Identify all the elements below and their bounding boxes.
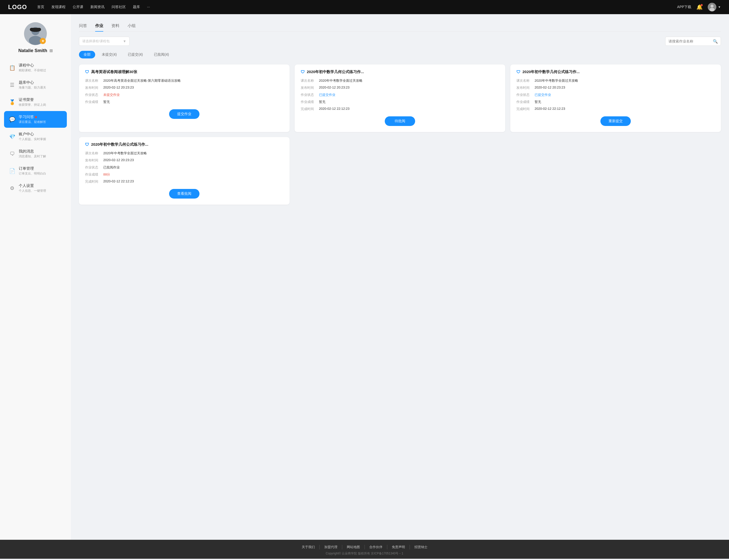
nav-link-news[interactable]: 新闻资讯 [90,5,104,9]
card-row: 完成时间 2020-02-12 22:12:23 [85,179,283,184]
search-input[interactable] [669,39,713,43]
tab-xiaozu[interactable]: 小组 [128,20,136,32]
card-btn-resubmit[interactable]: 重新提交 [600,116,631,126]
nav-link-more[interactable]: ··· [147,5,150,9]
course-select-placeholder: 请选择课程/课程包 [82,39,110,44]
user-avatar-menu[interactable]: ▼ [708,3,721,11]
app-download[interactable]: APP下载 [677,5,691,9]
shield-icon: 🛡 [301,70,305,74]
sidebar-item-sub-settings: 个人信息、一键管理 [19,189,46,193]
shield-icon: 🛡 [85,70,89,74]
svg-rect-7 [30,28,41,31]
nav-link-discover[interactable]: 发现课程 [51,5,66,9]
card-btn-view[interactable]: 查看批阅 [169,189,199,199]
select-chevron-icon: ▼ [123,39,126,43]
card-row: 发布时间 2020-02-12 20:23:23 [85,158,283,163]
card-row: 作业成绩 暂无 [516,100,715,104]
footer-links: 关于我们加盟代理网站地图合作伙伴免责声明招贤纳士 [0,545,729,549]
sidebar-item-title-message: 我的消息 [19,149,46,154]
footer: 关于我们加盟代理网站地图合作伙伴免责声明招贤纳士 Copyright© 云朵商学… [0,540,729,559]
footer-link[interactable]: 合作伙伴 [365,545,387,549]
sidebar-item-cert[interactable]: 🏅 证书荣誉 收获荣誉、持证上岗 [4,94,67,111]
sidebar-item-account[interactable]: 💎 账户中心 个人权益、实时掌握 [4,128,67,145]
card-row: 作业成绩 暂无 [301,100,499,104]
cards-grid: 🛡 高考英语试卷阅读理解30张 课次名称 2020年高考英语全面过关攻略-第六期… [79,64,721,205]
card-title: 🛡 高考英语试卷阅读理解30张 [85,70,283,74]
search-box: 🔍 [665,37,721,46]
sidebar-item-sub-courses: 精彩课程、不容错过 [19,68,46,73]
account-icon: 💎 [9,134,15,140]
footer-link[interactable]: 免责声明 [387,545,410,549]
sidebar-item-settings[interactable]: ⚙ 个人设置 个人信息、一键管理 [4,180,67,197]
sidebar-item-title-qa: 学习问答 [19,115,46,119]
content-tabs: 问答作业资料小组 [79,20,721,32]
nav-link-qa[interactable]: 问答社区 [112,5,126,9]
footer-link[interactable]: 网站地图 [342,545,365,549]
sidebar-item-title-account: 账户中心 [19,132,46,137]
card-row: 作业成绩 暂无 [85,100,283,104]
orders-icon: 📄 [9,168,15,174]
courses-icon: 📋 [9,65,15,71]
tab-wenda[interactable]: 问答 [79,20,87,32]
footer-link[interactable]: 招贤纳士 [410,545,432,549]
footer-link[interactable]: 加盟代理 [320,545,342,549]
bank-icon: ☰ [9,82,15,88]
card-title: 🛡 2020年初中数学几何公式练习作... [301,70,499,74]
profile-avatar-wrap: ★ [24,22,47,45]
assignment-card-card1: 🛡 高考英语试卷阅读理解30张 课次名称 2020年高考英语全面过关攻略-第六期… [79,64,289,132]
status-tab-reviewed[interactable]: 已批阅(4) [149,51,173,58]
nav-link-bank[interactable]: 题库 [133,5,140,9]
sidebar-item-sub-bank: 海量习题、助力通关 [19,85,46,90]
sidebar-item-sub-orders: 订单支出、明明白白 [19,171,46,176]
card-row: 完成时间 2020-02-12 22:12:23 [301,107,499,111]
nav-link-open[interactable]: 公开课 [73,5,83,9]
sidebar-item-bank[interactable]: ☰ 题库中心 海量习题、助力通关 [4,77,67,93]
badge-icon: ★ [40,38,46,44]
main-content: 问答作业资料小组 请选择课程/课程包 ▼ 🔍 全部未提交(4)已提交(4)已批阅… [71,14,729,540]
unread-dot [35,116,37,118]
card-btn-submit[interactable]: 提交作业 [169,109,199,119]
search-icon: 🔍 [713,39,718,44]
navbar: LOGO 首页发现课程公开课新闻资讯问答社区题库··· APP下载 🔔 ▼ [0,0,729,14]
sidebar-item-orders[interactable]: 📄 订单管理 订单支出、明明白白 [4,163,67,179]
sidebar-item-courses[interactable]: 📋 课程中心 精彩课程、不容错过 [4,59,67,76]
sidebar-item-title-bank: 题库中心 [19,80,46,85]
card-row: 课次名称 2020年中考数学全面过关攻略 [85,151,283,156]
nav-link-home[interactable]: 首页 [37,5,44,9]
status-tab-not_submitted[interactable]: 未提交(4) [97,51,121,58]
sidebar-item-message[interactable]: 🗨 我的消息 消息通知、及时了解 [4,145,67,162]
nav-links: 首页发现课程公开课新闻资讯问答社区题库··· [37,5,677,9]
card-title: 🛡 2020年初中数学几何公式练习作... [516,70,715,74]
card-btn-pending[interactable]: 待批阅 [385,116,415,126]
card-row: 完成时间 2020-02-12 22:12:23 [516,107,715,111]
assignment-card-card4: 🛡 2020年初中数学几何公式练习作... 课次名称 2020年中考数学全面过关… [79,137,289,205]
footer-link[interactable]: 关于我们 [297,545,320,549]
card-row: 作业状态 未提交作业 [85,93,283,97]
qa-icon: 💬 [9,116,15,122]
shield-icon: 🛡 [85,142,89,147]
copyright: Copyright© 云朵商学院 版权所有 京ICP备17051340号－1 [0,551,729,556]
card-row: 作业状态 已提交作业 [301,93,499,97]
status-tabs: 全部未提交(4)已提交(4)已批阅(4) [79,51,721,58]
nav-right: APP下载 🔔 ▼ [677,3,721,11]
sidebar-item-qa[interactable]: 💬 学习问答 课后重温、疑难解答 [4,111,67,128]
card-row: 发布时间 2020-02-12 20:23:23 [301,85,499,90]
card-row: 作业状态 已提交作业 [516,93,715,97]
sidebar-item-sub-account: 个人权益、实时掌握 [19,137,46,141]
sidebar-item-title-settings: 个人设置 [19,183,46,188]
profile-name: Natalie Smith ⊞ [18,48,52,53]
bell-icon[interactable]: 🔔 [696,4,703,10]
sidebar-item-title-cert: 证书荣誉 [19,97,46,102]
qr-icon[interactable]: ⊞ [49,48,53,53]
sidebar-item-sub-qa: 课后重温、疑难解答 [19,120,46,124]
tab-zuoye[interactable]: 作业 [95,20,103,32]
course-select[interactable]: 请选择课程/课程包 ▼ [79,37,130,46]
status-tab-submitted[interactable]: 已提交(4) [123,51,147,58]
card-title: 🛡 2020年初中数学几何公式练习作... [85,142,283,147]
sidebar-menu: 📋 课程中心 精彩课程、不容错过 ☰ 题库中心 海量习题、助力通关 🏅 证书荣誉… [0,59,71,197]
tab-ziliao[interactable]: 资料 [111,20,119,32]
card-row: 课次名称 2020年高考英语全面过关攻略-第六期零基础语法攻略 [85,78,283,83]
filters-row: 请选择课程/课程包 ▼ 🔍 [79,37,721,46]
sidebar-item-title-orders: 订单管理 [19,166,46,171]
status-tab-all[interactable]: 全部 [79,51,95,58]
